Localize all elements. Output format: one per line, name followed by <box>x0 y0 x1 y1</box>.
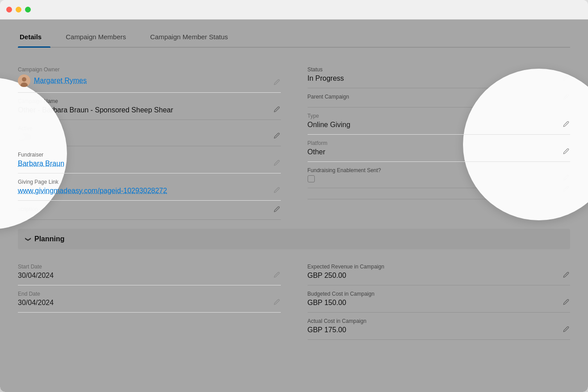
fields-grid: Campaign Owner Margaret Rymes <box>18 61 570 220</box>
planning-left-column: Start Date 30/04/2024 End Date 30/04/202… <box>18 258 281 340</box>
end-date-value: 30/04/2024 <box>18 299 281 307</box>
platform-value: Other <box>308 148 571 156</box>
fundraiser-value[interactable]: Barbara Braun <box>18 160 281 168</box>
campaign-owner-field: Campaign Owner Margaret Rymes <box>18 61 281 93</box>
type-label: Type <box>308 113 571 119</box>
description-field: scription <box>18 201 281 220</box>
start-date-label: Start Date <box>18 264 281 270</box>
end-date-label: End Date <box>18 291 281 297</box>
parent-campaign-label: Parent Campaign <box>308 94 571 100</box>
start-date-value: 30/04/2024 <box>18 272 281 280</box>
description-right-field <box>308 188 571 199</box>
maximize-button[interactable] <box>25 7 31 12</box>
minimize-button[interactable] <box>16 7 21 12</box>
planning-chevron-icon: ❮ <box>24 237 31 242</box>
campaign-owner-label: Campaign Owner <box>18 66 281 73</box>
budgeted-cost-value: GBP 150.00 <box>308 299 571 307</box>
status-label: Status <box>308 66 571 73</box>
parent-campaign-edit-icon[interactable] <box>562 93 570 101</box>
left-column: Campaign Owner Margaret Rymes <box>18 61 281 220</box>
planning-section-title: Planning <box>34 235 65 243</box>
description-right-edit-icon[interactable] <box>562 185 570 193</box>
campaign-owner-edit-icon[interactable] <box>273 78 281 86</box>
avatar <box>18 74 30 87</box>
giving-page-link-value[interactable]: www.givingmadeasy.com/pageid-10293028272 <box>18 187 281 195</box>
active-field: Active <box>18 120 281 146</box>
status-value: In Progress <box>308 74 571 83</box>
planning-fields-grid: Start Date 30/04/2024 End Date 30/04/202… <box>18 258 570 340</box>
type-edit-icon[interactable] <box>562 120 570 128</box>
expected-revenue-value: GBP 250.00 <box>308 272 571 280</box>
fundraiser-label: Fundraiser <box>18 152 281 158</box>
giving-page-link-edit-icon[interactable] <box>273 186 281 194</box>
description-edit-icon[interactable] <box>273 205 281 213</box>
tab-campaign-member-status[interactable]: Campaign Member Status <box>148 29 237 47</box>
fundraising-enablement-checkbox[interactable] <box>308 175 315 182</box>
fundraiser-edit-icon[interactable] <box>273 159 281 167</box>
actual-cost-edit-icon[interactable] <box>562 325 570 333</box>
budgeted-cost-field: Budgeted Cost in Campaign GBP 150.00 <box>308 285 571 313</box>
actual-cost-value: GBP 175.00 <box>308 326 571 334</box>
end-date-field: End Date 30/04/2024 <box>18 285 281 313</box>
fundraising-enablement-field: Fundraising Enablement Sent? <box>308 162 571 188</box>
parent-campaign-field: Parent Campaign <box>308 88 571 107</box>
giving-page-link-field: Giving Page Link www.givingmadeasy.com/p… <box>18 173 281 201</box>
actual-cost-field: Actual Cost in Campaign GBP 175.00 <box>308 313 571 340</box>
fundraising-enablement-label: Fundraising Enablement Sent? <box>308 167 571 173</box>
campaign-name-edit-icon[interactable] <box>273 105 281 113</box>
tab-bar: Details Campaign Members Campaign Member… <box>18 20 570 48</box>
start-date-field: Start Date 30/04/2024 <box>18 258 281 285</box>
planning-right-column: Expected Revenue in Campaign GBP 250.00 … <box>308 258 571 340</box>
type-field: Type Online Giving <box>308 107 571 135</box>
fundraiser-field: Fundraiser Barbara Braun <box>18 146 281 173</box>
actual-cost-label: Actual Cost in Campaign <box>308 318 571 324</box>
description-label: scription <box>18 206 281 212</box>
budgeted-cost-edit-icon[interactable] <box>562 298 570 306</box>
title-bar <box>0 0 588 20</box>
right-column: Status In Progress Parent Campaign <box>308 61 571 220</box>
main-window: Details Campaign Members Campaign Member… <box>0 0 588 392</box>
campaign-name-label: Campaign Name <box>18 98 281 104</box>
expected-revenue-label: Expected Revenue in Campaign <box>308 264 571 270</box>
campaign-name-value: Other - Barbara Braun - Sponsored Sheep … <box>18 106 281 114</box>
main-content-wrapper: Details Campaign Members Campaign Member… <box>0 20 588 392</box>
budgeted-cost-label: Budgeted Cost in Campaign <box>308 291 571 297</box>
campaign-name-field: Campaign Name Other - Barbara Braun - Sp… <box>18 93 281 120</box>
expected-revenue-field: Expected Revenue in Campaign GBP 250.00 <box>308 258 571 285</box>
expected-revenue-edit-icon[interactable] <box>562 271 570 279</box>
close-button[interactable] <box>6 7 12 12</box>
status-edit-icon[interactable] <box>562 74 570 82</box>
active-label: Active <box>18 125 281 132</box>
campaign-owner-value[interactable]: Margaret Rymes <box>34 77 87 85</box>
start-date-edit-icon[interactable] <box>273 271 281 279</box>
tab-campaign-members[interactable]: Campaign Members <box>64 29 135 47</box>
status-field: Status In Progress <box>308 61 571 88</box>
svg-point-1 <box>22 77 26 82</box>
fundraising-enablement-edit-icon[interactable] <box>562 173 570 182</box>
giving-page-link-label: Giving Page Link <box>18 179 281 185</box>
platform-field: Platform Other <box>308 135 571 162</box>
platform-label: Platform <box>308 140 571 146</box>
active-edit-icon[interactable] <box>273 132 281 140</box>
planning-section-header[interactable]: ❮ Planning <box>18 229 570 249</box>
end-date-edit-icon[interactable] <box>273 298 281 306</box>
platform-edit-icon[interactable] <box>562 147 570 155</box>
tab-details[interactable]: Details <box>18 29 50 47</box>
content-area: Details Campaign Members Campaign Member… <box>0 20 588 358</box>
campaign-owner-row: Margaret Rymes <box>18 74 281 87</box>
type-value: Online Giving <box>308 121 571 129</box>
